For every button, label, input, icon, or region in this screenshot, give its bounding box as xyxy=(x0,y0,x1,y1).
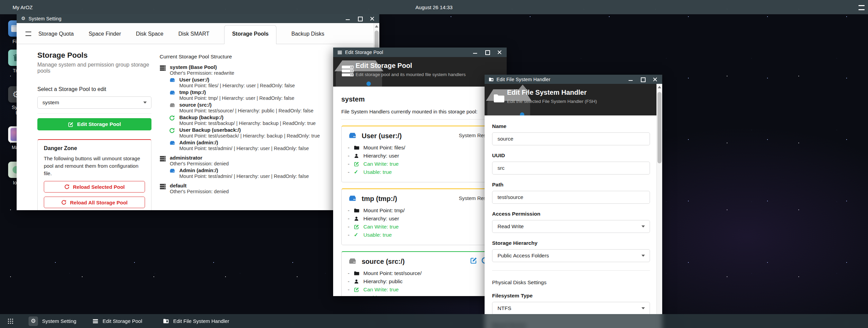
edit-storage-pool-button[interactable]: Edit Storage Pool xyxy=(37,118,151,130)
danger-zone-title: Danger Zone xyxy=(44,145,145,151)
sync-icon xyxy=(169,127,176,139)
tab-disk-smart[interactable]: Disk SMART xyxy=(178,25,209,44)
taskbar-item-system-setting[interactable]: ⚙ System Setting xyxy=(29,316,76,326)
field-label-access-permission: Access Permission xyxy=(492,211,650,217)
edit-icon xyxy=(354,287,360,292)
check-icon: ✓ xyxy=(354,295,360,296)
reload-all-storage-pool-button[interactable]: Reload All Storage Pool xyxy=(44,197,145,208)
edit-storage-pool-window: Edit Storage Pool Edit Storage Pool Edit… xyxy=(333,48,507,296)
taskbar-item-edit-fsh[interactable]: Edit File System Handler xyxy=(163,318,229,324)
hdd-icon xyxy=(169,168,176,179)
maximize-icon[interactable] xyxy=(358,16,362,21)
gear-icon: ⚙ xyxy=(29,316,38,326)
header-title: Edit File System Handler xyxy=(507,89,587,96)
maximize-icon[interactable] xyxy=(485,50,490,55)
card-item: ✓Usable: true xyxy=(348,232,492,238)
gear-icon: ⚙ xyxy=(21,16,26,21)
edit-fsh-titlebar[interactable]: Edit File System Handler xyxy=(485,75,662,84)
field-label-filesystem-type: Filesystem Type xyxy=(492,293,650,299)
app-launcher-grid-icon[interactable] xyxy=(7,318,14,324)
user-icon xyxy=(354,279,360,284)
chevron-down-icon xyxy=(641,255,645,257)
fsh-card-source: source (src:/) Mount Point: test/source/… xyxy=(341,251,499,296)
window-title: System Setting xyxy=(29,16,61,21)
access-permission-dropdown[interactable]: Read Write xyxy=(492,220,650,233)
check-icon: ✓ xyxy=(354,169,360,175)
hdd-icon xyxy=(348,195,357,203)
system-setting-window: ⚙ System Setting Storage Quota Space Fin… xyxy=(17,14,379,210)
page-title: Storage Pools xyxy=(37,51,151,60)
check-icon: ✓ xyxy=(354,232,360,238)
card-item: Hierarchy: public xyxy=(348,278,492,285)
sync-icon xyxy=(169,115,176,126)
header-subtitle: Edit storage pool and its mounted file s… xyxy=(356,72,466,77)
hdd-icon xyxy=(348,257,357,266)
scrollbar-thumb[interactable] xyxy=(657,92,662,163)
storage-hierarchy-dropdown[interactable]: Public Access Folders xyxy=(492,249,650,262)
sync-icon xyxy=(61,200,67,205)
edit-fsh-icon[interactable] xyxy=(470,257,477,264)
reload-selected-pool-button[interactable]: Reload Selected Pool xyxy=(44,181,145,193)
server-icon xyxy=(341,65,354,77)
tab-backup-disks[interactable]: Backup Disks xyxy=(291,25,324,44)
hdd-icon xyxy=(169,77,176,88)
edit-storage-pool-header: Edit Storage Pool Edit storage pool and … xyxy=(333,57,507,87)
pool-select-value: system xyxy=(42,99,59,106)
path-field[interactable] xyxy=(492,191,650,204)
card-item: Mount Point: tmp/ xyxy=(348,207,492,214)
folder-icon xyxy=(354,271,360,276)
top-menu-bar: My ArOZ August 26 14:33 xyxy=(0,0,868,14)
field-label-storage-hierarchy: Storage Hierarchy xyxy=(492,240,650,246)
minimize-icon[interactable] xyxy=(473,50,477,55)
list-icon xyxy=(92,318,98,324)
scroll-up-icon[interactable] xyxy=(375,25,378,28)
file-icon xyxy=(163,318,169,324)
tab-storage-pools[interactable]: Storage Pools xyxy=(224,25,276,44)
pool-select-label: Select a Storage Pool to edit xyxy=(37,86,151,92)
fsh-card-title: tmp (tmp:/) xyxy=(362,195,397,203)
pool-select-dropdown[interactable]: system xyxy=(37,96,151,109)
header-art-dot xyxy=(366,81,371,86)
hdd-icon xyxy=(348,132,357,140)
tab-storage-quota[interactable]: Storage Quota xyxy=(38,25,74,44)
close-icon[interactable] xyxy=(653,77,657,82)
filesystem-type-dropdown[interactable]: NTFS xyxy=(492,302,650,315)
window-title: Edit File System Handler xyxy=(496,77,550,82)
tab-disk-space[interactable]: Disk Space xyxy=(136,25,163,44)
sync-icon xyxy=(64,184,70,189)
hdd-icon xyxy=(169,90,176,101)
mounted-handlers-line: File System Handlers currently mounted i… xyxy=(341,109,499,114)
tab-space-finder[interactable]: Space Finder xyxy=(89,25,121,44)
card-item: Mount Point: test/source/ xyxy=(348,270,492,276)
pool-name: system xyxy=(341,95,499,103)
file-icon xyxy=(489,77,494,82)
close-icon[interactable] xyxy=(497,50,502,55)
uuid-field[interactable] xyxy=(492,162,650,175)
hdd-icon xyxy=(169,102,176,113)
field-label-path: Path xyxy=(492,182,650,188)
folder-icon xyxy=(354,208,360,213)
card-item: ✓Usable: true xyxy=(348,295,492,296)
storage-pools-panel: Storage Pools Manage system and permissi… xyxy=(17,44,379,210)
close-icon[interactable] xyxy=(370,16,375,21)
fsh-card-tmp: tmp (tmp:/) System Reserved Mount Point:… xyxy=(341,188,499,245)
edit-fsh-header: Edit File System Handler Edit the select… xyxy=(485,84,662,115)
datetime-clock: August 26 14:33 xyxy=(0,4,868,10)
minimize-icon[interactable] xyxy=(628,77,633,82)
system-setting-titlebar[interactable]: ⚙ System Setting xyxy=(17,14,379,23)
scroll-up-icon[interactable] xyxy=(658,86,661,88)
card-item: Mount Point: files/ xyxy=(348,145,492,151)
settings-tab-bar: Storage Quota Space Finder Disk Space Di… xyxy=(17,23,379,44)
maximize-icon[interactable] xyxy=(640,77,645,82)
scrollbar[interactable] xyxy=(656,84,662,328)
danger-zone-description: The following buttons will unmount stora… xyxy=(44,155,145,177)
taskbar-item-edit-storage-pool[interactable]: Edit Storage Pool xyxy=(92,318,142,324)
edit-fsh-form: Name UUID Path Access Permission Read Wr… xyxy=(485,115,662,328)
minimize-icon[interactable] xyxy=(345,16,350,21)
header-art-dot xyxy=(520,112,524,115)
fsh-card-user: User (user:/) System Reserved Mount Poin… xyxy=(341,126,499,182)
card-item: Hierarchy: user xyxy=(348,216,492,222)
name-field[interactable] xyxy=(492,132,650,145)
chevron-down-icon xyxy=(143,102,147,104)
edit-storage-pool-titlebar[interactable]: Edit Storage Pool xyxy=(333,48,507,57)
